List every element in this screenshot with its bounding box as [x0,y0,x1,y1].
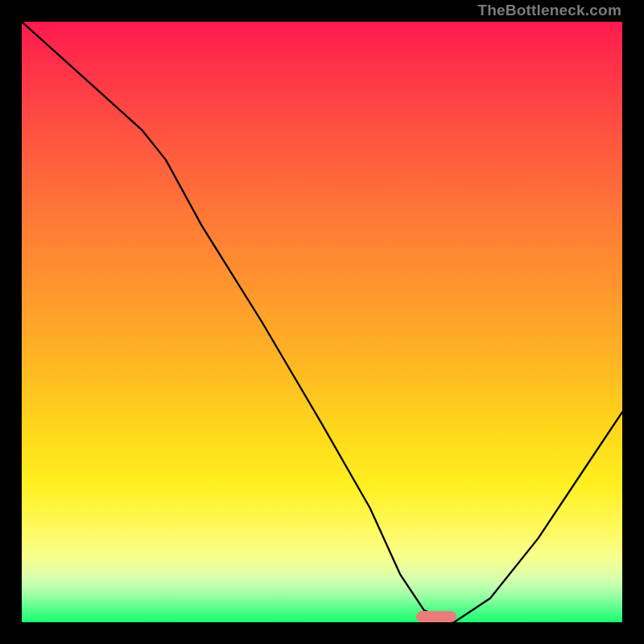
chart-frame [16,16,628,628]
gradient-background [22,22,622,622]
